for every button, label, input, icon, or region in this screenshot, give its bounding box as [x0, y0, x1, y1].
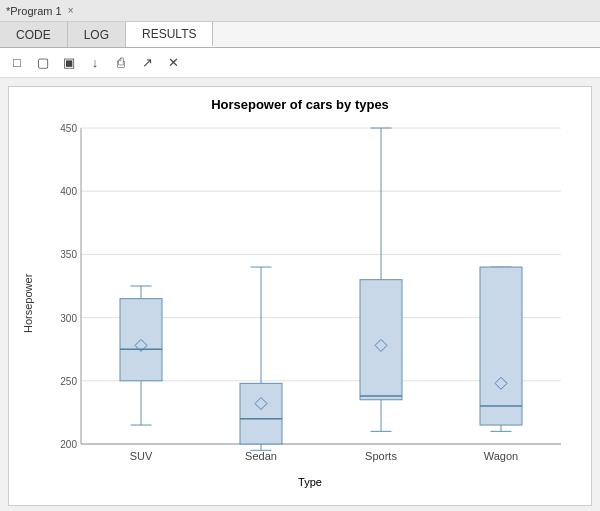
chart-area: Horsepower of cars by types Horsepower 2…: [8, 86, 592, 506]
chart-plot: 200250300350400450SUVSedanSportsWagon: [39, 118, 581, 474]
toolbar-btn-export[interactable]: ↗: [136, 52, 158, 74]
tab-code[interactable]: CODE: [0, 22, 68, 47]
tab-results[interactable]: RESULTS: [126, 22, 213, 47]
svg-text:350: 350: [60, 249, 77, 260]
tab-log[interactable]: LOG: [68, 22, 126, 47]
close-button[interactable]: ×: [68, 5, 74, 16]
toolbar-btn-close[interactable]: ✕: [162, 52, 184, 74]
toolbar-btn-2[interactable]: ▢: [32, 52, 54, 74]
window-title: *Program 1: [6, 5, 62, 17]
svg-text:Sedan: Sedan: [245, 450, 277, 462]
toolbar-btn-3[interactable]: ▣: [58, 52, 80, 74]
svg-text:250: 250: [60, 376, 77, 387]
y-axis-label: Horsepower: [19, 118, 37, 488]
svg-text:400: 400: [60, 186, 77, 197]
svg-text:SUV: SUV: [130, 450, 153, 462]
x-axis-label: Type: [39, 476, 581, 488]
svg-rect-25: [240, 383, 282, 444]
toolbar: □ ▢ ▣ ↓ ⎙ ↗ ✕: [0, 48, 600, 78]
toolbar-btn-1[interactable]: □: [6, 52, 28, 74]
toolbar-btn-download[interactable]: ↓: [84, 52, 106, 74]
tab-bar: CODE LOG RESULTS: [0, 22, 600, 48]
toolbar-btn-print[interactable]: ⎙: [110, 52, 132, 74]
chart-container: Horsepower 200250300350400450SUVSedanSpo…: [19, 118, 581, 488]
svg-text:Sports: Sports: [365, 450, 397, 462]
chart-svg: 200250300350400450SUVSedanSportsWagon: [39, 118, 581, 474]
chart-inner: 200250300350400450SUVSedanSportsWagon Ty…: [39, 118, 581, 488]
svg-text:300: 300: [60, 313, 77, 324]
svg-text:450: 450: [60, 123, 77, 134]
svg-text:200: 200: [60, 439, 77, 450]
chart-title: Horsepower of cars by types: [19, 97, 581, 112]
svg-text:Wagon: Wagon: [484, 450, 518, 462]
svg-rect-39: [480, 267, 522, 425]
title-bar: *Program 1 ×: [0, 0, 600, 22]
